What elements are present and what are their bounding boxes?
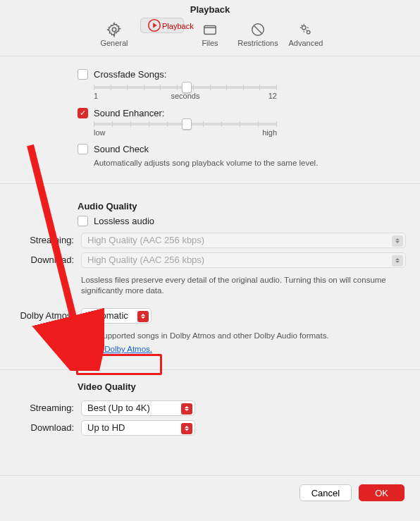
lossless-label: Lossless audio xyxy=(94,216,154,226)
checkbox-box xyxy=(78,144,88,154)
video-streaming-label: Streaming: xyxy=(14,403,81,413)
select-value: Up to HD xyxy=(87,422,125,433)
content-area: Crossfade Songs: 1 seconds 12 Sound Enha… xyxy=(0,56,420,436)
dolby-label: Dolby Atmos: xyxy=(14,310,81,321)
video-download-select[interactable]: Up to HD xyxy=(81,420,195,436)
video-quality-heading: Video Quality xyxy=(78,381,406,392)
svg-point-5 xyxy=(307,30,310,34)
folder-icon xyxy=(190,22,230,37)
crossfade-checkbox[interactable]: Crossfade Songs: xyxy=(78,69,166,80)
select-value: Automatic xyxy=(87,310,128,321)
crossfade-max: 12 xyxy=(260,92,277,100)
enhancer-max: high xyxy=(260,128,277,137)
dolby-learn-more-link[interactable]: About Dolby Atmos. xyxy=(81,345,152,353)
lossless-desc: Lossless files preserve every detail of … xyxy=(81,275,406,297)
video-streaming-select[interactable]: Best (Up to 4K) xyxy=(81,400,195,416)
crossfade-label: Crossfade Songs: xyxy=(94,69,166,80)
chevron-updown-icon xyxy=(392,255,403,266)
select-value: Best (Up to 4K) xyxy=(87,403,150,413)
no-symbol-icon xyxy=(237,22,278,37)
ok-button[interactable]: OK xyxy=(359,484,404,501)
sound-check-desc: Automatically adjusts song playback volu… xyxy=(94,158,406,169)
crossfade-slider[interactable] xyxy=(94,86,277,89)
play-circle-icon xyxy=(147,18,162,33)
sound-enhancer-label: Sound Enhancer: xyxy=(94,108,164,118)
svg-point-0 xyxy=(112,27,116,32)
audio-quality-heading: Audio Quality xyxy=(78,201,406,212)
enhancer-min: low xyxy=(94,128,111,137)
streaming-label: Streaming: xyxy=(14,235,81,245)
audio-streaming-select[interactable]: High Quality (AAC 256 kbps) xyxy=(81,233,406,248)
sound-check-checkbox[interactable]: Sound Check xyxy=(78,144,149,154)
gear-icon xyxy=(94,22,135,37)
tab-general[interactable]: General xyxy=(92,18,136,50)
tab-restrictions[interactable]: Restrictions xyxy=(236,18,280,50)
tab-label: Restrictions xyxy=(237,39,278,47)
sound-enhancer-checkbox[interactable]: Sound Enhancer: xyxy=(78,108,164,118)
checkbox-box xyxy=(78,108,88,118)
download-label: Download: xyxy=(14,255,81,265)
tab-label: Files xyxy=(190,39,230,47)
tab-label: General xyxy=(94,39,135,47)
chevron-updown-icon xyxy=(137,311,149,322)
select-value: High Quality (AAC 256 kbps) xyxy=(87,255,204,265)
chevron-updown-icon xyxy=(181,423,192,434)
dolby-desc: Play supported songs in Dolby Atmos and … xyxy=(81,331,406,342)
tab-playback[interactable]: Playback xyxy=(140,18,184,33)
cancel-button[interactable]: Cancel xyxy=(299,484,352,501)
sound-check-label: Sound Check xyxy=(94,144,149,154)
audio-download-select[interactable]: High Quality (AAC 256 kbps) xyxy=(81,252,406,268)
video-download-label: Download: xyxy=(14,422,81,433)
footer: Cancel OK xyxy=(0,475,420,521)
lossless-checkbox[interactable]: Lossless audio xyxy=(78,216,154,226)
toolbar-tabs: General Playback Files Restrictions Adva… xyxy=(0,18,420,56)
chevron-updown-icon xyxy=(181,403,192,415)
sound-enhancer-slider[interactable] xyxy=(94,123,277,125)
chevron-updown-icon xyxy=(392,235,403,247)
dolby-atmos-select[interactable]: Automatic xyxy=(81,308,152,324)
gears-icon xyxy=(285,22,326,37)
tab-advanced[interactable]: Advanced xyxy=(284,18,328,50)
window-title: Playback xyxy=(0,0,420,18)
tab-files[interactable]: Files xyxy=(188,18,232,50)
checkbox-box xyxy=(78,216,88,226)
select-value: High Quality (AAC 256 kbps) xyxy=(87,235,204,245)
tab-label: Playback xyxy=(162,22,194,30)
preferences-window: Playback General Playback Files Restrict… xyxy=(0,0,420,521)
svg-rect-2 xyxy=(204,26,216,35)
tab-label: Advanced xyxy=(285,39,326,47)
svg-point-4 xyxy=(302,26,307,30)
checkbox-box xyxy=(78,69,88,80)
crossfade-min: 1 xyxy=(94,92,111,100)
